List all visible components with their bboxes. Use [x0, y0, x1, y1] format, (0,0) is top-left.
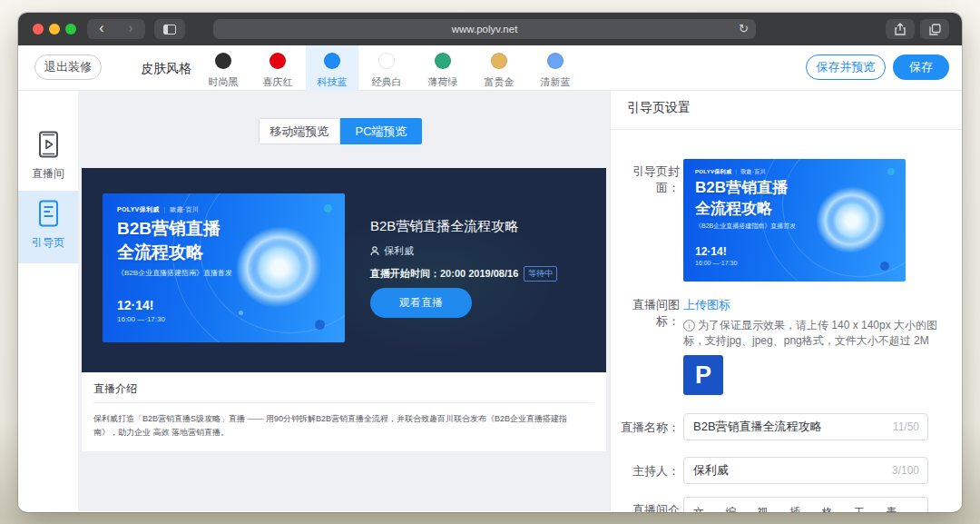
banner-time: 16:00 —·17:30	[695, 260, 737, 266]
module-sidebar: 直播间 引导页	[18, 91, 78, 511]
3d-ring-graphic	[223, 215, 334, 319]
color-dot	[547, 53, 564, 69]
zoom-window-button[interactable]	[65, 24, 76, 35]
banner-title-line2: 全流程攻略	[695, 198, 772, 219]
color-dot	[378, 53, 395, 69]
decor-dot	[315, 320, 325, 330]
char-counter: 11/50	[893, 420, 919, 433]
swatch-label: 富贵金	[473, 75, 525, 89]
browser-window: ‹ › www.polyv.net ↻	[18, 13, 962, 512]
live-intro-heading: 直播介绍	[93, 381, 137, 397]
live-room-player-icon	[36, 131, 61, 158]
sidebar-icon	[163, 25, 176, 35]
swatch-label: 经典白	[360, 75, 413, 89]
settings-header: 引导页设置	[627, 100, 691, 116]
decor-dot	[239, 311, 243, 315]
skin-swatch-white[interactable]: 经典白	[360, 45, 413, 91]
banner-subtitle: 《B2B企业直播搭建指南》直播首发	[117, 268, 232, 278]
tab-mobile-preview[interactable]: 移动端预览	[259, 118, 340, 144]
room-icon-label: 直播间图标：	[611, 297, 680, 330]
live-start-time-row: 直播开始时间：20:00 2019/08/16 等待中	[370, 266, 557, 282]
address-bar[interactable]: www.polyv.net ↻	[213, 19, 756, 39]
room-intro-label: 直播间介绍：	[611, 502, 680, 512]
color-dot	[270, 53, 286, 69]
forward-button[interactable]: ›	[116, 19, 145, 39]
decor-dot	[887, 168, 895, 175]
skin-swatch-fresh-blue[interactable]: 清新蓝	[529, 45, 582, 91]
banner-subtitle: 《B2B企业直播搭建指南》直播首发	[695, 222, 796, 231]
url-text: www.polyv.net	[452, 24, 518, 35]
status-badge: 等待中	[524, 266, 557, 282]
sidebar-toggle-button[interactable]	[154, 19, 185, 39]
sidebar-item-landing-page[interactable]: 引导页	[18, 191, 78, 263]
minimize-window-button[interactable]	[49, 24, 60, 35]
preview-area: 移动端预览 PC端预览 POLY	[78, 91, 610, 511]
skin-swatch-gold[interactable]: 富贵金	[473, 45, 525, 91]
char-counter: 3/100	[892, 464, 919, 477]
watch-live-button[interactable]: 观看直播	[370, 288, 472, 318]
host-label: 主持人：	[611, 463, 680, 480]
divider	[93, 402, 594, 403]
partner-logo-text: 致趣·百川	[170, 206, 199, 213]
swatch-label: 喜庆红	[251, 75, 304, 89]
banner-title-line1: B2B营销直播	[695, 177, 788, 198]
banner-date: 12·14!	[117, 298, 153, 312]
live-name-input[interactable]: B2B营销直播全流程攻略 11/50	[683, 413, 928, 440]
cover-thumbnail[interactable]: POLYV保利威 ｜ 致趣·百川 B2B营销直播 全流程攻略 《B2B企业直播搭…	[683, 159, 906, 282]
exit-decoration-button[interactable]: 退出装修	[34, 54, 102, 80]
live-title: B2B营销直播全流程攻略	[370, 218, 518, 235]
sidebar-item-label: 引导页	[18, 235, 78, 251]
live-name-label: 直播名称：	[611, 420, 680, 436]
skin-swatch-red[interactable]: 喜庆红	[251, 45, 304, 91]
landing-page-settings-panel: 引导页设置 引导页封面： POLYV保利威 ｜ 致趣·百川	[610, 91, 962, 511]
banner-time: 16:00 —·17:30	[117, 315, 165, 323]
share-icon	[895, 23, 906, 35]
back-button[interactable]: ‹	[87, 19, 116, 39]
close-window-button[interactable]	[33, 24, 44, 35]
swatch-label: 清新蓝	[529, 75, 582, 89]
skin-swatch-mint-green[interactable]: 薄荷绿	[416, 45, 469, 91]
swatch-label: 科技蓝	[306, 75, 358, 89]
save-button[interactable]: 保存	[893, 54, 949, 80]
share-button[interactable]	[886, 19, 915, 39]
swatch-label: 薄荷绿	[416, 75, 469, 89]
save-and-preview-button[interactable]: 保存并预览	[806, 54, 886, 80]
3d-ring-graphic	[806, 177, 897, 262]
tab-overview-button[interactable]	[920, 19, 949, 39]
live-host-row: 保利威	[370, 244, 414, 258]
cover-label: 引导页封面：	[611, 163, 680, 196]
live-intro-card: 直播介绍 保利威打造「B2B营销直播S级攻略」直播 —— 用90分钟拆解B2B营…	[82, 372, 606, 451]
icon-upload-hint: i为了保证显示效果，请上传 140 x 140px 大小的图标，支持jpg、jp…	[683, 318, 942, 350]
landing-page-document-icon	[36, 200, 61, 227]
tab-pc-preview[interactable]: PC端预览	[340, 118, 422, 144]
desktop-background: ‹ › www.polyv.net ↻	[0, 0, 980, 524]
skin-swatch-tech-blue-selected[interactable]: 科技蓝	[306, 45, 358, 91]
color-dot	[491, 53, 507, 69]
tabs-icon	[929, 24, 941, 35]
info-icon: i	[683, 320, 695, 331]
live-name-value: B2B营销直播全流程攻略	[693, 419, 822, 435]
banner-title-line1: B2B营销直播	[117, 217, 220, 241]
sidebar-item-live-room[interactable]: 直播间	[18, 122, 78, 193]
refresh-icon[interactable]: ↻	[739, 22, 749, 35]
uploaded-room-icon-preview[interactable]: P	[683, 355, 723, 395]
banner-logo-row: POLYV保利威 ｜ 致趣·百川	[117, 205, 199, 214]
live-host-name: 保利威	[384, 244, 414, 258]
host-input[interactable]: 保利威 3/100	[683, 457, 928, 484]
swatch-label: 时尚黑	[197, 75, 250, 89]
skin-swatch-black[interactable]: 时尚黑	[197, 45, 250, 91]
banner-title-line2: 全流程攻略	[117, 241, 203, 264]
decor-dot	[324, 204, 332, 213]
live-start-time: 直播开始时间：20:00 2019/08/16	[370, 267, 518, 281]
polyv-logo-text: POLYV保利威	[117, 206, 160, 213]
browser-chrome: ‹ › www.polyv.net ↻	[18, 13, 962, 45]
landing-page-preview-card: POLYV保利威 ｜ 致趣·百川 B2B营销直播 全流程攻略 《B2B企业直播搭…	[82, 168, 606, 372]
divider	[611, 129, 962, 130]
host-value: 保利威	[693, 462, 729, 479]
main-area: 直播间 引导页 移动端预览 PC端预览	[18, 91, 962, 511]
room-intro-input[interactable]: 文件 编辑 视图 插入 格式 工具 表格	[683, 497, 928, 512]
color-dot	[324, 53, 340, 69]
banner-date: 12·14!	[695, 245, 727, 258]
upload-icon-link[interactable]: 上传图标	[683, 297, 730, 313]
skin-style-label: 皮肤风格	[141, 61, 191, 77]
